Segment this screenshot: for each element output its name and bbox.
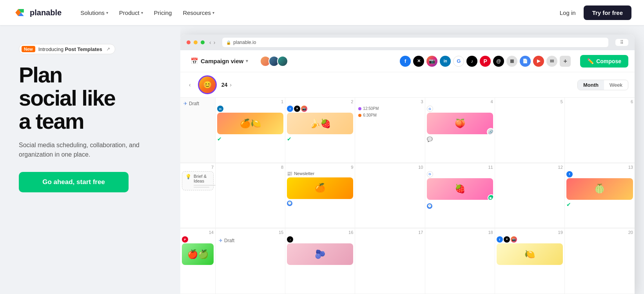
nav-right: Log in Try for free	[560, 5, 631, 20]
browser-back-icon[interactable]: ‹	[209, 39, 211, 46]
post-social-badges: in	[217, 106, 283, 112]
logo-text: planable	[30, 8, 62, 17]
nav-resources[interactable]: Resources ▾	[183, 9, 214, 16]
post-thumbnail: 🍎🍏	[182, 243, 214, 265]
scheduled-time-chip: 12:50PM	[357, 106, 423, 111]
draft-label: ✈ Draft	[182, 99, 201, 108]
google-badge: G	[427, 106, 433, 112]
grid-icon[interactable]: ▦	[506, 56, 517, 67]
chevron-down-icon: ▾	[141, 11, 143, 15]
nav-pricing[interactable]: Pricing	[154, 9, 172, 16]
try-for-free-button[interactable]: Try for free	[584, 5, 631, 20]
post-thumbnail: 🫐	[287, 243, 353, 265]
pinterest-badge: P	[182, 236, 188, 243]
post-thumbnail: 🍓	[427, 178, 493, 200]
clock-icon: 🕐	[287, 201, 292, 206]
app-content: 📅 Campaign view ▾ f ✕ 📷 in G	[180, 50, 635, 294]
month-view-button[interactable]: Month	[578, 80, 604, 90]
compose-button[interactable]: ✏️ Compose	[580, 55, 628, 68]
facebook-icon[interactable]: f	[400, 56, 411, 67]
badge-text: Introducing Post Templates	[38, 46, 102, 52]
hero-headline: Plan social like a team	[19, 64, 165, 133]
post-card[interactable]: 🍊🍋	[217, 113, 283, 134]
calendar-period-label: 24	[221, 82, 228, 88]
social-platforms-group: f ✕ 📷 in G ♪ P @ ▦ 📄 ▶ ✉ +	[400, 56, 571, 67]
twitter-x-icon[interactable]: ✕	[413, 56, 424, 67]
app-topbar: 📅 Campaign view ▾ f ✕ 📷 in G	[180, 50, 635, 72]
browser-forward-icon[interactable]: ›	[214, 39, 216, 46]
clock-icon: 🕐	[427, 203, 432, 209]
post-thumbnail: 🍊	[287, 177, 353, 199]
video-play-icon: ▶	[488, 194, 493, 200]
calendar-cell-17: 17	[355, 228, 425, 294]
compose-icon: ✏️	[587, 58, 594, 64]
newsletter-label: 📰 Newsletter	[287, 171, 353, 176]
post-card[interactable]: 🍋	[497, 243, 563, 265]
nav-product[interactable]: Product ▾	[119, 9, 143, 16]
calendar-icon: 📅	[190, 57, 198, 65]
instagram-icon[interactable]: 📷	[426, 56, 437, 67]
browser-minimize-dot	[194, 40, 198, 44]
comment-icon: 💬	[427, 137, 433, 142]
post-card[interactable]: 🍓 ▶	[427, 178, 493, 200]
approved-check-icon: ✔	[566, 201, 571, 208]
post-thumbnail: 🍌🍓	[287, 113, 353, 134]
calendar-cell-3: 3 12:50PM 6:30PM	[355, 98, 425, 163]
nav-solutions[interactable]: Solutions ▾	[80, 9, 108, 16]
facebook-badge: f	[497, 236, 503, 243]
view-toggle: Month Week	[577, 80, 628, 90]
post-social-badges: G	[427, 171, 493, 177]
tiktok-icon[interactable]: ♪	[466, 56, 477, 67]
calendar-next-button[interactable]: ›	[227, 81, 234, 89]
url-text: planable.io	[233, 40, 256, 45]
post-card[interactable]: 🍈	[566, 178, 633, 200]
login-link[interactable]: Log in	[560, 9, 576, 16]
pinterest-icon[interactable]: P	[480, 56, 491, 67]
draft-label: ✈ Draft	[217, 236, 283, 245]
post-social-badges: P	[182, 236, 214, 243]
week-view-button[interactable]: Week	[604, 80, 628, 90]
draft-icon: ✈	[219, 238, 223, 243]
post-card[interactable]: 🍎🍏	[182, 243, 214, 265]
linkedin-icon[interactable]: in	[440, 56, 451, 67]
post-social-badges: ♪	[287, 236, 353, 243]
browser-mockup: ‹ › 🔒 planable.io ⠿ 📅 Campaign view ▾	[180, 25, 644, 294]
user-avatars	[260, 56, 288, 67]
user-avatar-large: 😊	[199, 77, 216, 93]
calendar-cell-19: 19 f ✕ 📷 🍋	[495, 228, 565, 294]
chevron-down-icon: ▾	[106, 11, 108, 15]
time-dot-icon	[358, 107, 361, 110]
calendar-grid: ✈ Draft 1 in 🍊🍋	[180, 98, 635, 294]
announcement-badge[interactable]: New Introducing Post Templates ↗	[19, 44, 115, 54]
post-card[interactable]: 🍊	[287, 177, 353, 199]
email-icon[interactable]: ✉	[546, 56, 557, 67]
lightbulb-icon: 💡	[185, 174, 191, 179]
post-social-badges: f ✕ 📷	[497, 236, 563, 243]
campaign-view-button[interactable]: 📅 Campaign view ▾	[187, 55, 252, 67]
post-card[interactable]: 🍑 🔗	[427, 113, 493, 134]
start-free-button[interactable]: Go ahead, start free	[19, 172, 129, 192]
slides-icon[interactable]: ▶	[533, 56, 544, 67]
google-icon[interactable]: G	[453, 56, 464, 67]
instagram-badge: 📷	[301, 106, 307, 112]
browser-close-dot	[187, 40, 190, 44]
url-bar[interactable]: 🔒 planable.io	[222, 38, 608, 47]
logo[interactable]: planable	[13, 5, 62, 20]
browser-extension-button[interactable]: ⠿	[615, 39, 628, 46]
draft-icon: ✈	[183, 101, 187, 106]
avatar	[277, 56, 288, 67]
browser-maximize-dot	[201, 40, 205, 44]
approved-check-icon: ✔	[287, 136, 292, 142]
post-card[interactable]: 🫐	[287, 243, 353, 265]
calendar-prev-button[interactable]: ‹	[187, 81, 193, 89]
doc-icon[interactable]: 📄	[520, 56, 531, 67]
browser-nav-buttons: ‹ ›	[209, 39, 215, 46]
brief-ideas-card[interactable]: 💡 Brief & Ideas	[182, 171, 214, 190]
twitter-badge: ✕	[294, 106, 300, 112]
time-dot-icon	[358, 114, 361, 117]
calendar-cell-18: 18	[425, 228, 495, 294]
calendar-cell-6: 6	[565, 98, 635, 163]
post-card[interactable]: 🍌🍓	[287, 113, 353, 134]
threads-icon[interactable]: @	[493, 56, 504, 67]
add-platform-icon[interactable]: +	[560, 56, 571, 67]
